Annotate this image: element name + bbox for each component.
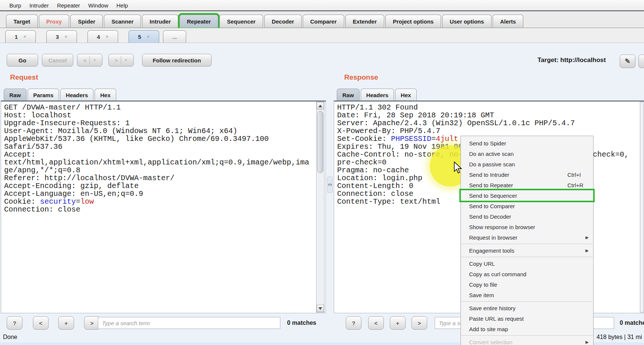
request-line: Accept-Encoding: gzip, deflate xyxy=(4,182,326,190)
context-menu-item-send-to-comparer[interactable]: Send to Comparer xyxy=(461,201,593,211)
response-tab-raw[interactable]: Raw xyxy=(337,89,360,101)
context-menu-item-copy-to-file[interactable]: Copy to file xyxy=(461,279,593,290)
context-menu-item-save-entire-history[interactable]: Save entire history xyxy=(461,303,593,313)
request-panel-title: Request xyxy=(10,73,38,81)
context-menu-item-label: Paste URL as request xyxy=(469,315,524,322)
response-line: Server: Apache/2.4.3 (Win32) OpenSSL/1.0… xyxy=(337,119,644,127)
tab-spider[interactable]: Spider xyxy=(70,15,103,28)
menubar-item-burp[interactable]: Burp xyxy=(5,2,25,9)
context-menu-item-send-to-spider[interactable]: Send to Spider xyxy=(461,138,593,148)
tab-comparer[interactable]: Comparer xyxy=(303,15,344,28)
request-scrollbar[interactable] xyxy=(316,102,324,312)
help-button[interactable]: ? xyxy=(638,55,644,68)
tab-extender[interactable]: Extender xyxy=(345,15,384,28)
request-tab-headers[interactable]: Headers xyxy=(60,89,93,101)
context-menu-item-do-a-passive-scan[interactable]: Do a passive scan xyxy=(461,159,593,169)
panel-splitter[interactable] xyxy=(327,176,333,193)
menubar-item-repeater[interactable]: Repeater xyxy=(53,2,84,9)
tab-target[interactable]: Target xyxy=(6,15,38,28)
request-search-next-button[interactable]: > xyxy=(84,316,100,330)
session-tab-3[interactable]: 3× xyxy=(46,30,77,43)
context-menu-item-save-item[interactable]: Save item xyxy=(461,290,593,300)
request-search-help-button[interactable]: ? xyxy=(7,316,22,330)
target-url-label: Target: http://localhost xyxy=(537,56,606,64)
tab-decoder[interactable]: Decoder xyxy=(264,15,302,28)
request-search-prev-button[interactable]: < xyxy=(33,316,49,330)
forward-button[interactable]: > ▼ xyxy=(108,54,134,67)
close-icon[interactable]: × xyxy=(65,34,68,40)
response-search-next-button[interactable]: > xyxy=(412,316,427,330)
context-menu-item-engagement-tools[interactable]: Engagement tools▶ xyxy=(461,245,593,256)
close-icon[interactable]: × xyxy=(147,34,150,40)
context-menu-item-convert-selection[interactable]: Convert selection▶ xyxy=(461,337,593,345)
context-menu-item-send-to-sequencer[interactable]: Send to Sequencer xyxy=(461,190,593,201)
edit-target-button[interactable]: ✎ xyxy=(620,55,635,68)
context-menu-item-do-an-active-scan[interactable]: Do an active scan xyxy=(461,148,593,159)
submenu-arrow-icon: ▶ xyxy=(586,235,589,240)
tab-proxy[interactable]: Proxy xyxy=(39,15,70,28)
tab-user-options[interactable]: User options xyxy=(442,15,492,28)
tab-alerts[interactable]: Alerts xyxy=(493,15,524,28)
tab-intruder[interactable]: Intruder xyxy=(142,15,178,28)
context-menu-item-copy-as-curl-command[interactable]: Copy as curl command xyxy=(461,269,593,279)
close-icon[interactable]: × xyxy=(106,34,109,40)
scrollbar-thumb[interactable] xyxy=(317,111,323,173)
follow-redirection-button[interactable]: Follow redirection xyxy=(142,54,212,67)
response-line: X-Powered-By: PHP/5.4.7 xyxy=(337,127,644,135)
close-icon[interactable]: × xyxy=(24,34,27,40)
response-tab-hex[interactable]: Hex xyxy=(395,89,417,101)
context-menu-item-copy-url[interactable]: Copy URL xyxy=(461,258,593,269)
request-line: ge/apng,*/*;q=0.8 xyxy=(4,166,326,174)
context-menu-item-add-to-site-map[interactable]: Add to site map xyxy=(461,324,593,334)
context-menu-item-request-in-browser[interactable]: Request in browser▶ xyxy=(461,232,593,243)
response-line: HTTP/1.1 302 Found xyxy=(337,104,644,111)
scroll-down-icon[interactable] xyxy=(317,305,324,312)
go-button[interactable]: Go xyxy=(7,54,38,67)
request-tab-raw[interactable]: Raw xyxy=(4,89,27,101)
status-text: Done xyxy=(3,334,17,341)
tab-project-options[interactable]: Project options xyxy=(385,15,441,28)
context-menu-item-send-to-decoder[interactable]: Send to Decoder xyxy=(461,211,593,222)
response-scrollbar[interactable] xyxy=(640,102,644,312)
request-line: Connection: close xyxy=(4,206,326,213)
session-tab-1[interactable]: 1× xyxy=(5,30,36,43)
request-search-plus-button[interactable]: + xyxy=(58,316,74,330)
context-menu-item-label: Save item xyxy=(469,292,494,298)
request-line: Safari/537.36 xyxy=(4,143,326,151)
request-view-tabs: RawParamsHeadersHex xyxy=(4,89,117,101)
context-menu-item-send-to-repeater[interactable]: Send to RepeaterCtrl+R xyxy=(461,180,593,190)
request-editor[interactable]: GET /DVWA-master/ HTTP/1.1Host: localhos… xyxy=(1,101,326,313)
request-line: text/html,application/xhtml+xml,applicat… xyxy=(4,158,326,166)
session-tab-more[interactable]: ... xyxy=(163,30,186,43)
response-search-help-button[interactable]: ? xyxy=(346,316,361,330)
context-menu-item-paste-url-as-request[interactable]: Paste URL as request xyxy=(461,313,593,324)
scroll-up-icon[interactable] xyxy=(317,102,324,110)
request-tab-hex[interactable]: Hex xyxy=(95,89,116,101)
context-menu-item-send-to-intruder[interactable]: Send to IntruderCtrl+I xyxy=(461,169,593,180)
cancel-button[interactable]: Cancel xyxy=(42,54,73,67)
tab-repeater[interactable]: Repeater xyxy=(179,15,218,28)
context-menu-item-label: Copy to file xyxy=(469,281,497,288)
tab-scanner[interactable]: Scanner xyxy=(104,15,141,28)
request-line: GET /DVWA-master/ HTTP/1.1 xyxy=(4,104,326,111)
request-line: Referer: http://localhost/DVWA-master/ xyxy=(4,174,326,182)
context-menu-item-show-response-in-browser[interactable]: Show response in browser xyxy=(461,222,593,232)
request-line: Accept: xyxy=(4,151,326,158)
response-tab-headers[interactable]: Headers xyxy=(361,89,394,101)
context-menu-item-label: Send to Decoder xyxy=(469,213,511,220)
menubar-item-intruder[interactable]: Intruder xyxy=(25,2,53,9)
chevron-down-icon: ▼ xyxy=(93,58,96,62)
tab-sequencer[interactable]: Sequencer xyxy=(219,15,263,28)
request-search-input[interactable] xyxy=(98,317,280,329)
back-button[interactable]: < ▼ xyxy=(77,54,102,67)
session-tab-5[interactable]: 5× xyxy=(129,30,159,43)
menu-separator xyxy=(461,244,593,244)
response-search-prev-button[interactable]: < xyxy=(368,316,384,330)
session-tab-4[interactable]: 4× xyxy=(87,30,118,43)
request-tab-params[interactable]: Params xyxy=(28,89,59,101)
response-search-plus-button[interactable]: + xyxy=(390,316,406,330)
menubar-item-window[interactable]: Window xyxy=(84,2,112,9)
context-menu-item-label: Copy URL xyxy=(469,261,495,267)
menubar-item-help[interactable]: Help xyxy=(112,2,132,9)
shortcut-label: Ctrl+I xyxy=(567,172,581,178)
